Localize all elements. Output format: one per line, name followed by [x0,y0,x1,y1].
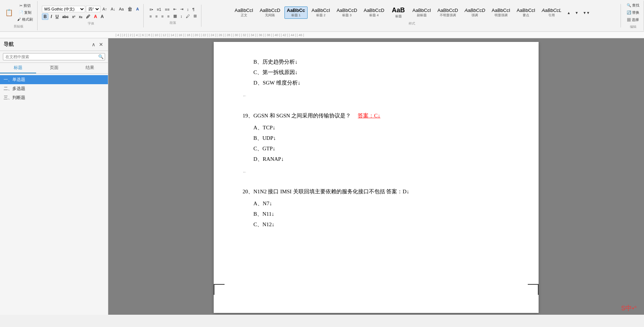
nav-title: 导航 [4,41,14,48]
option-c-first: C、第一拆线原因↓ [253,68,510,77]
font-shrink-button[interactable]: A↓ [109,6,117,12]
clipboard-section: 📋 ✂ 剪切 📄 复制 🖌 格式刷 剪贴板 [0,1,38,30]
font-grow-button[interactable]: A↑ [101,6,109,12]
italic-button[interactable]: I [49,14,53,20]
nav-collapse-button[interactable]: ∧ [91,42,96,47]
tab-headings[interactable]: 标题 [0,63,36,73]
underline-button[interactable]: U [54,14,60,20]
tab-results[interactable]: 结果 [72,63,108,73]
ribbon: 📋 ✂ 剪切 📄 复制 🖌 格式刷 剪贴板 MS Gothic (中文) 四号 … [0,0,644,32]
document-area[interactable]: B、历史趋势分析↓ C、第一拆线原因↓ D、SGW 维度分析↓ ← 19、GGS… [108,38,644,315]
nav-item-danxuanti[interactable]: 一、单选题 [0,75,108,84]
style-wujiangu[interactable]: AaBbCcD 无间隔 [257,7,283,19]
q19-option-c: C、GTP↓ [253,144,510,154]
edit-section: 🔍 查找 🔄 替换 ▦ 选择 编辑 [622,1,644,31]
show-marks-button[interactable]: ¶ [191,7,196,12]
superscript-button[interactable]: x² [71,14,77,19]
edit-label: 编辑 [625,25,641,29]
style-bumingxian[interactable]: AaBbCcD 不明显强调 [435,7,461,19]
copy-button[interactable]: 📄 复制 [16,9,34,16]
ruler: | 4 | | 2 | | 2 | | 4 | | 6 | | 8 | | 10… [0,32,644,38]
style-biaoti[interactable]: AaB 标题 [388,5,409,20]
main-layout: 导航 ∧ ✕ 🔍 标题 页面 结果 一、单选题 二、多选题 三、判断题 [0,38,644,315]
blank-2 [243,100,510,104]
option-b-history: B、历史趋势分析↓ [253,57,510,67]
ribbon-row1: 📋 ✂ 剪切 📄 复制 🖌 格式刷 剪贴板 MS Gothic (中文) 四号 … [0,0,644,31]
style-mingxian[interactable]: AaBbCcI 明显强调 [489,7,513,19]
justify-button[interactable]: ≡ [166,13,171,19]
outline-button[interactable]: ≡≡ [164,7,171,12]
font-color-btn2[interactable]: A [135,6,140,12]
find-button[interactable]: 🔍 查找 [625,2,641,9]
paste-button[interactable]: 📋 [3,8,15,17]
replace-button[interactable]: 🔄 替换 [625,9,641,16]
select-button[interactable]: ▦ 选择 [626,17,640,23]
nav-tabs: 标题 页面 结果 [0,63,108,74]
font-color-button[interactable]: A [92,14,99,20]
nav-tree: 一、单选题 二、多选题 三、判断题 [0,74,108,315]
style-biaoti4[interactable]: AaBbCcD 标题 4 [361,7,387,19]
font-family-select[interactable]: MS Gothic (中文) [42,6,85,12]
tab-pages[interactable]: 页面 [36,63,72,73]
style-yinyong[interactable]: AaBbCcL 引用 [539,7,564,19]
search-icon[interactable]: 🔍 [98,54,104,59]
columns-button[interactable]: ▦ [172,13,178,19]
subscript-button[interactable]: x₂ [78,14,84,19]
q20-option-c: C、N12↓ [253,220,510,229]
paragraph-section: ≡• ≡1 ≡≡ ⇤ ⇥ ↕ ¶ ≡ ≡ ≡ ≡ ▦ ↕ 🖊 ⊞ 段落 [145,5,201,27]
style-biaoti3[interactable]: AaBbCcD 标题 3 [334,7,360,19]
bullets-button[interactable]: ≡• [148,7,155,12]
align-right-button[interactable]: ≡ [160,13,165,19]
border-button[interactable]: ⊞ [192,13,198,19]
change-case-button[interactable]: Aa [117,6,125,12]
return-1: ← [243,92,510,100]
numbering-button[interactable]: ≡1 [155,7,163,12]
styles-section: AaBbCcI 正文 AaBbCcD 无间隔 AaBbCc 标题 1 AaBbC… [203,4,621,27]
question-19-answer: 答案：C↓ [358,113,380,119]
search-input[interactable] [3,53,105,60]
page-corner-tr [528,284,539,295]
align-left-button[interactable]: ≡ [148,13,153,19]
return-2: ← [243,168,510,176]
style-fubiaoti[interactable]: AaBbCcI 副标题 [410,7,434,19]
styles-more[interactable]: ▼▼ [581,10,591,16]
style-yaodian[interactable]: AaBbCcI 要点 [514,7,538,19]
question-20: 20、N1N2 接口 IMSI 关联回填主要依赖的服务化接口不包括 答案：D↓ [243,187,510,197]
font-section: MS Gothic (中文) 四号 A↑ A↓ Aa 🗑 A B I U abc… [39,4,144,27]
q20-option-a: A、N7↓ [253,199,510,208]
blank-4 [243,176,510,180]
shading-button[interactable]: 🖊 [184,13,191,19]
style-biaoti2[interactable]: AaBbCcI 标题 2 [309,7,332,19]
nav-close-button[interactable]: ✕ [98,42,104,47]
nav-item-panduanti[interactable]: 三、判断题 [0,93,108,102]
clipboard-label: 剪贴板 [14,24,23,29]
font-label: 字体 [42,21,140,26]
styles-label: 样式 [206,21,618,26]
indent-decrease-button[interactable]: ⇤ [172,6,178,12]
effects-button[interactable]: A [99,14,105,20]
nav-header: 导航 ∧ ✕ [0,38,108,51]
blank-1 [243,89,510,92]
watermark: S中•° [621,304,637,313]
nav-search-wrap: 🔍 [3,53,105,60]
navigation-panel: 导航 ∧ ✕ 🔍 标题 页面 结果 一、单选题 二、多选题 三、判断题 [0,38,108,315]
cut-button[interactable]: ✂ 剪切 [16,3,34,9]
q19-option-b: B、UDP↓ [253,133,510,143]
q20-option-b: B、N11↓ [253,209,510,219]
nav-item-duoxuanti[interactable]: 二、多选题 [0,84,108,93]
style-zhengwen[interactable]: AaBbCcI 正文 [232,7,256,19]
font-size-select[interactable]: 四号 [86,6,100,12]
sort-button[interactable]: ↕ [186,7,191,12]
bold-button[interactable]: B [42,13,49,20]
styles-scroll-down[interactable]: ▼ [573,10,580,16]
style-qiangdiao[interactable]: AaBbCcD 强调 [462,7,488,19]
highlight-button[interactable]: 🖊 [84,14,92,20]
styles-scroll-up[interactable]: ▲ [566,10,572,16]
style-biaoti1[interactable]: AaBbCc 标题 1 [284,7,308,19]
align-center-button[interactable]: ≡ [154,13,159,19]
strikethrough-button[interactable]: abc [61,14,70,19]
format-paint-button[interactable]: 🖌 格式刷 [16,16,34,23]
indent-increase-button[interactable]: ⇥ [179,6,185,12]
line-spacing-button[interactable]: ↕ [179,13,184,19]
clear-format-button[interactable]: 🗑 [126,5,134,13]
